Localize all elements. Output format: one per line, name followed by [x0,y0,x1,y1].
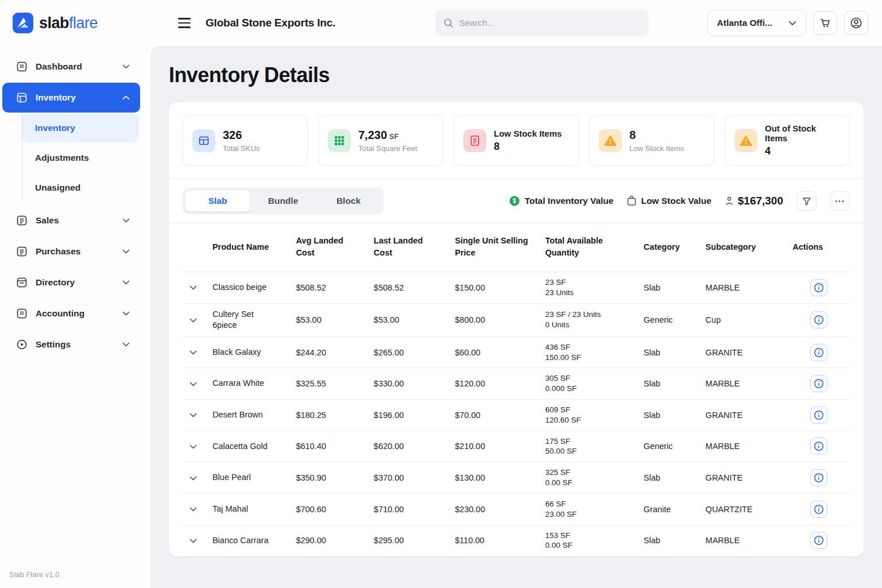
row-info-button[interactable] [810,407,827,424]
row-info-button[interactable] [810,501,827,518]
dashboard-icon [16,61,28,72]
table-row[interactable]: Blue Pearl $350.90 $370.00 $130.00 325 S… [183,462,850,494]
row-info-button[interactable] [810,279,827,296]
table-row[interactable]: Bianco Carrara $290.00 $295.00 $110.00 1… [183,525,850,556]
last-landed-cost-cell: $620.00 [369,431,450,462]
sidebar-item-inventory[interactable]: Inventory [2,83,140,113]
table-row[interactable]: Cultery Set 6piece $53.00 $53.00 $800.00… [183,303,850,336]
table-row[interactable]: Classico beige $508.52 $508.52 $150.00 2… [183,272,850,304]
row-expand-chevron-icon[interactable] [187,505,199,514]
sidebar-item-label: Purchases [36,246,80,257]
sidebar-item-sales[interactable]: Sales [2,206,140,235]
product-name-cell: Bianco Carrara [208,525,291,556]
category-cell: Slab [639,272,701,304]
chevron-down-icon [122,249,130,254]
subcategory-cell: Cup [701,303,788,336]
column-header-category: Category [639,223,701,272]
sidebar-item-label: Settings [36,339,71,350]
tab-bundle[interactable]: Bundle [250,190,316,212]
chevron-up-icon [122,95,130,100]
stats-row: 326 Total SKUs 7,230SF Total Square Feet… [169,102,864,179]
search-bar[interactable] [435,10,649,36]
sidebar-item-dashboard[interactable]: Dashboard [2,52,140,82]
sidebar-subitem-inventory[interactable]: Inventory [22,114,139,142]
quantity-line-1: 66 SF [546,499,635,509]
row-info-button[interactable] [810,311,827,328]
search-input[interactable] [459,18,641,28]
inventory-submenu: Inventory Adjustments Unasigned [22,114,139,202]
location-selector-value: Atlanta Offi... [717,18,772,28]
row-info-button[interactable] [810,532,827,549]
total-inventory-value-toggle[interactable]: Total Inventory Value [509,195,614,207]
brand-logo[interactable]: slabflare [0,0,150,46]
row-expand-chevron-icon[interactable] [187,442,199,451]
sidebar-item-purchases[interactable]: Purchases [2,237,140,266]
chevron-down-icon [122,311,130,316]
low-stock-value-toggle[interactable]: Low Stock Value [627,196,711,206]
avg-landed-cost-cell: $180.25 [291,400,369,431]
table-row[interactable]: Desert Brown $180.25 $196.00 $70.00 609 … [183,400,850,431]
sidebar-subitem-adjustments[interactable]: Adjustments [22,144,139,172]
sidebar-item-label: Accounting [36,308,84,319]
purchases-icon [16,246,28,257]
stat-label: Total Square Feet [358,144,417,153]
row-expand-chevron-icon[interactable] [187,348,199,357]
row-info-button[interactable] [810,375,827,392]
tab-slab[interactable]: Slab [185,190,250,212]
available-quantity-cell: 325 SF 0.00 SF [541,462,639,494]
row-expand-chevron-icon[interactable] [187,283,199,292]
category-cell: Granite [639,493,701,525]
settings-icon [16,339,28,350]
app-root: slabflare Dashboard Inventory Inventory … [0,0,882,588]
column-header-subcategory: Subcategory [701,223,788,272]
subcategory-cell: MARBLE [701,272,788,304]
row-info-button[interactable] [810,469,827,486]
available-quantity-cell: 153 SF 0.00 SF [541,525,639,556]
quantity-line-2: 0 Units [546,320,635,330]
table-row[interactable]: Calacetta Gold $610.40 $620.00 $210.00 1… [183,431,850,462]
table-body: Classico beige $508.52 $508.52 $150.00 2… [183,272,850,556]
table-row[interactable]: Taj Mahal $700.60 $710.00 $230.00 66 SF … [183,493,850,525]
sidebar-nav: Dashboard Inventory Inventory Adjustment… [0,46,150,361]
row-expand-chevron-icon[interactable] [187,536,199,546]
table-row[interactable]: Black Galaxy $244.20 $265.00 $60.00 436 … [183,336,850,368]
column-header-last-landed-cost: Last Landed Cost [369,223,450,272]
selling-price-cell: $210.00 [450,431,540,462]
row-expand-chevron-icon[interactable] [187,474,199,483]
quantity-line-2: 23 Units [546,288,635,298]
sidebar-item-settings[interactable]: Settings [2,330,140,359]
more-options-button[interactable]: ••• [830,191,850,211]
available-quantity-cell: 23 SF 23 Units [541,272,639,304]
row-expand-chevron-icon[interactable] [187,316,199,325]
product-name-cell: Desert Brown [208,400,291,431]
quantity-line-1: 305 SF [546,373,635,384]
account-button[interactable] [844,11,868,35]
sidebar-subitem-unasigned[interactable]: Unasigned [22,173,139,202]
menu-toggle-icon[interactable] [178,18,191,28]
stat-label: Low Stock Items [494,129,562,138]
last-landed-cost-cell: $330.00 [369,368,450,400]
location-selector[interactable]: Atlanta Offi... [707,10,806,36]
inventory-panel: 326 Total SKUs 7,230SF Total Square Feet… [169,102,864,556]
product-name-cell: Classico beige [208,272,291,304]
info-icon [814,347,824,358]
total-inventory-value-icon [509,195,520,207]
row-expand-chevron-icon[interactable] [187,380,199,389]
row-expand-chevron-icon[interactable] [187,411,199,420]
row-info-button[interactable] [810,344,827,361]
row-info-button[interactable] [810,438,827,455]
info-icon [814,535,824,546]
stat-label: Total SKUs [223,144,260,153]
low-stock-value-icon [627,196,636,206]
table-toolbar: Slab Bundle Block Total Inventory Value … [169,179,864,223]
subcategory-cell: GRANITE [701,462,788,494]
tab-block[interactable]: Block [316,190,381,212]
quantity-line-2: 0.000 SF [546,384,635,394]
cart-button[interactable] [813,11,837,35]
table-row[interactable]: Carrara White $325.55 $330.00 $120.00 30… [183,368,850,400]
stat-value: 8 [494,141,562,153]
filter-button[interactable] [797,191,817,211]
sidebar-item-directory[interactable]: Directory [2,268,140,297]
sidebar-item-accounting[interactable]: Accounting [2,299,140,328]
quantity-line-1: 175 SF [546,436,635,447]
